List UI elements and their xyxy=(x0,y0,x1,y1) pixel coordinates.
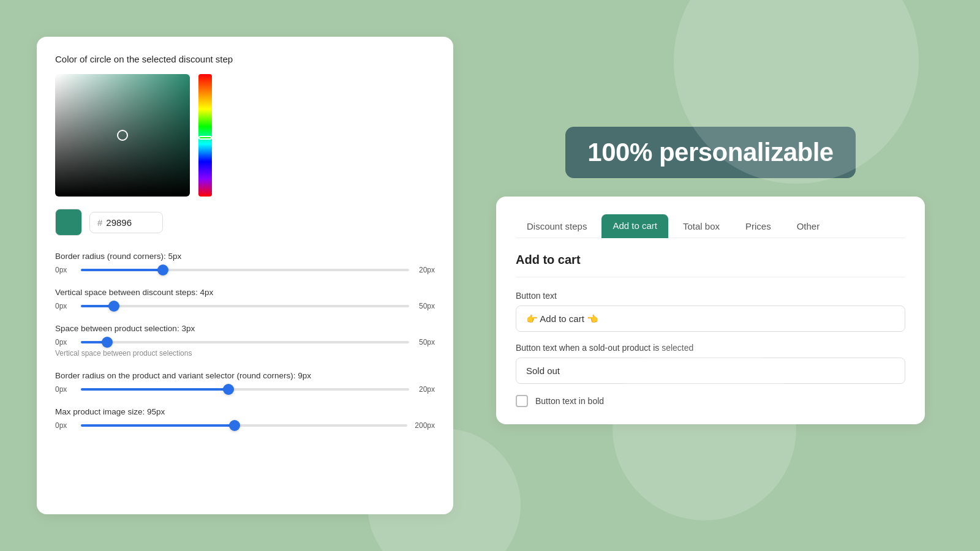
slider-row-product-space: 0px 50px xyxy=(55,338,435,347)
button-text-input[interactable] xyxy=(516,305,905,332)
slider-track-product-space[interactable] xyxy=(81,341,409,343)
color-gradient-canvas[interactable] xyxy=(55,74,190,197)
slider-border-radius: Border radius (round corners): 5px 0px 2… xyxy=(55,252,435,274)
slider-track-border-radius-variant[interactable] xyxy=(81,388,409,391)
slider-label-border-radius: Border radius (round corners): 5px xyxy=(55,252,435,261)
slider-image-size: Max product image size: 95px 0px 200px xyxy=(55,407,435,430)
tabs-row: Discount steps Add to cart Total box Pri… xyxy=(516,214,905,238)
slider-max-border-radius-variant: 20px xyxy=(417,385,435,394)
slider-max-vertical-space: 50px xyxy=(417,302,435,310)
slider-fill-image-size xyxy=(81,424,235,427)
slider-sublabel-product-space: Vertical space between product selection… xyxy=(55,349,435,358)
slider-row-vertical-space: 0px 50px xyxy=(55,302,435,310)
slider-row-image-size: 0px 200px xyxy=(55,421,435,430)
slider-product-space: Space between product selection: 3px 0px… xyxy=(55,324,435,358)
bg-decoration-2 xyxy=(612,337,796,520)
slider-track-border-radius[interactable] xyxy=(81,269,409,271)
slider-thumb-border-radius[interactable] xyxy=(157,264,168,276)
color-swatch[interactable] xyxy=(55,209,82,236)
section-divider xyxy=(516,277,905,277)
slider-row-border-radius: 0px 20px xyxy=(55,266,435,274)
button-text-label: Button text xyxy=(516,291,905,301)
slider-row-border-radius-variant: 0px 20px xyxy=(55,385,435,394)
slider-thumb-vertical-space[interactable] xyxy=(108,301,119,312)
slider-max-image-size: 200px xyxy=(415,421,435,430)
slider-thumb-product-space[interactable] xyxy=(102,337,113,348)
section-title: Add to cart xyxy=(516,253,905,267)
slider-min-border-radius-variant: 0px xyxy=(55,385,74,394)
slider-label-product-space: Space between product selection: 3px xyxy=(55,324,435,333)
color-picker-title: Color of circle on the selected discount… xyxy=(55,54,435,64)
slider-fill-border-radius xyxy=(81,269,163,271)
tab-other[interactable]: Other xyxy=(786,214,831,238)
hex-input-wrap: # xyxy=(89,212,163,233)
slider-fill-border-radius-variant xyxy=(81,388,228,391)
slider-min-border-radius: 0px xyxy=(55,266,74,274)
slider-thumb-border-radius-variant[interactable] xyxy=(223,384,234,395)
slider-vertical-space: Vertical space between discount steps: 4… xyxy=(55,288,435,310)
slider-min-vertical-space: 0px xyxy=(55,302,74,310)
bold-checkbox[interactable] xyxy=(516,395,528,407)
slider-border-radius-variant: Border radius on the product and variant… xyxy=(55,371,435,394)
slider-min-image-size: 0px xyxy=(55,421,74,430)
gradient-cursor xyxy=(117,130,128,141)
slider-max-border-radius: 20px xyxy=(417,266,435,274)
color-picker-area xyxy=(55,74,435,197)
slider-label-image-size: Max product image size: 95px xyxy=(55,407,435,416)
slider-label-border-radius-variant: Border radius on the product and variant… xyxy=(55,371,435,380)
tab-add-to-cart[interactable]: Add to cart xyxy=(601,214,668,238)
tab-total-box[interactable]: Total box xyxy=(672,214,731,238)
left-panel: Color of circle on the selected discount… xyxy=(37,37,453,514)
slider-track-vertical-space[interactable] xyxy=(81,305,409,307)
tab-prices[interactable]: Prices xyxy=(734,214,782,238)
slider-min-product-space: 0px xyxy=(55,338,74,347)
slider-track-image-size[interactable] xyxy=(81,424,407,427)
slider-label-vertical-space: Vertical space between discount steps: 4… xyxy=(55,288,435,297)
hex-hash-symbol: # xyxy=(97,217,102,228)
spectrum-cursor xyxy=(198,136,212,140)
slider-max-product-space: 50px xyxy=(417,338,435,347)
color-spectrum-slider[interactable] xyxy=(198,74,212,197)
tab-discount-steps[interactable]: Discount steps xyxy=(516,214,598,238)
slider-thumb-image-size[interactable] xyxy=(229,420,240,431)
color-hex-row: # xyxy=(55,209,435,236)
hex-input[interactable] xyxy=(106,217,155,228)
bold-checkbox-label: Button text in bold xyxy=(535,396,604,406)
